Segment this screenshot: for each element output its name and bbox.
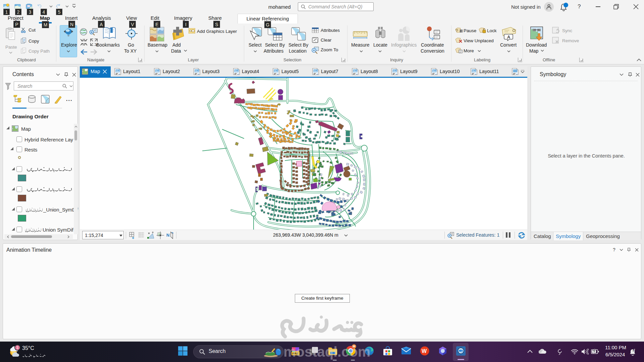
svg-text:z: z <box>634 348 635 351</box>
svg-text:N: N <box>166 233 169 238</box>
svg-text:A: A <box>507 35 511 40</box>
svg-text:W: W <box>422 348 427 354</box>
